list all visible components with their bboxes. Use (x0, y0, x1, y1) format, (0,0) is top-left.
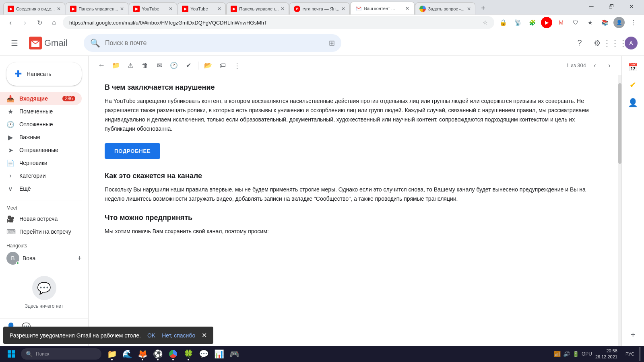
show-desktop-button[interactable] (639, 347, 641, 361)
archive-button[interactable]: 📁 (109, 59, 122, 72)
back-button[interactable]: ‹ (5, 17, 16, 28)
right-panel-add[interactable]: + (625, 327, 641, 343)
restore-button[interactable]: 🗗 (602, 0, 621, 13)
back-to-inbox-button[interactable]: ← (95, 59, 108, 72)
notification-ok-button[interactable]: OK (147, 332, 155, 339)
search-filter-icon[interactable]: ⊞ (329, 39, 335, 47)
tray-sound-icon[interactable]: 🔊 (563, 351, 570, 357)
tab-3[interactable]: ▶ YouTube ✕ (129, 2, 177, 14)
sidebar-item-snoozed[interactable]: 🕐 Отложенные (0, 118, 82, 131)
browser-menu[interactable]: ⋮ (628, 17, 639, 28)
hangouts-section-label: Hangouts (0, 238, 88, 250)
hangout-add-icon[interactable]: + (77, 254, 82, 263)
tray-datetime[interactable]: 20:58 26.12.2021 (595, 348, 621, 360)
notification-no-button[interactable]: Нет, спасибо (162, 332, 195, 339)
taskbar-app-excel[interactable]: 📊 (212, 347, 226, 361)
label-button[interactable]: 🏷 (216, 59, 229, 72)
browser-profile[interactable]: 👤 (613, 17, 625, 28)
home-button[interactable]: ⌂ (48, 17, 60, 28)
tab-4[interactable]: ▶ YouTube ✕ (178, 2, 226, 14)
sidebar-item-more[interactable]: ∨ Ещё (0, 182, 82, 195)
taskbar-search[interactable]: 🔍 Поиск (21, 348, 101, 360)
compose-label: Написать (27, 71, 51, 77)
pagination-next[interactable]: › (604, 60, 615, 71)
move-to-button[interactable]: 📂 (202, 59, 215, 72)
tab-2[interactable]: ▶ Панель управлен... ✕ (66, 2, 128, 14)
apps-button[interactable]: ⋮⋮⋮ (607, 35, 623, 51)
address-bar[interactable]: https://mail.google.com/mail/u/0/#inbox/… (63, 16, 494, 29)
browser-action-youtube[interactable]: ▶ (541, 17, 552, 28)
forward-button[interactable]: › (19, 17, 31, 28)
close-button[interactable]: ✕ (622, 0, 641, 13)
notification-close-button[interactable]: ✕ (202, 331, 207, 339)
right-panel-calendar[interactable]: 📅 (625, 59, 641, 75)
compose-button[interactable]: ✚ Написать (6, 62, 82, 86)
tab-6-close[interactable]: ✕ (341, 6, 345, 12)
add-to-tasks-button[interactable]: ✔ (182, 59, 195, 72)
more-options-button[interactable]: ⋮ (231, 59, 244, 72)
taskbar-app-edge[interactable]: 🌊 (120, 347, 134, 361)
sidebar-item-sent[interactable]: ➤ Отправленные (0, 144, 82, 156)
browser-action-extension2[interactable]: 🧩 (526, 17, 538, 28)
right-panel-contacts[interactable]: 👤 (625, 95, 641, 111)
tray-language[interactable]: РУС (624, 352, 636, 356)
tab-2-close[interactable]: ✕ (120, 6, 124, 12)
sidebar-item-join-meeting[interactable]: ⌨ Перейти на встречу (0, 225, 82, 238)
user-avatar[interactable]: А (625, 37, 638, 49)
taskbar-app-firefox[interactable]: 🦊 (135, 347, 150, 361)
hangout-item-vova[interactable]: В Вова + (0, 250, 88, 266)
sidebar-item-important[interactable]: ▶ Важные (0, 131, 82, 144)
tab-8-close[interactable]: ✕ (467, 6, 471, 12)
minimize-button[interactable]: ─ (582, 0, 601, 13)
mark-unread-button[interactable]: ✉ (153, 59, 166, 72)
tab-5[interactable]: ▶ Панель управлен... ✕ (226, 2, 289, 14)
tray-icons: 📶 🔊 🔋 GPU (554, 351, 592, 357)
taskbar-app-opera[interactable]: ⚽ (151, 347, 165, 361)
tray-gpu-icon[interactable]: GPU (582, 351, 592, 357)
hangout-name: Вова (23, 255, 74, 261)
browser-action-star[interactable]: ★ (584, 17, 596, 28)
tab-1-close[interactable]: ✕ (57, 6, 61, 12)
browser-action-extension1[interactable]: 🔒 (497, 17, 509, 28)
spam-button[interactable]: ⚠ (124, 59, 137, 72)
sidebar-item-new-meeting[interactable]: 🎥 Новая встреча (0, 212, 82, 225)
delete-button[interactable]: 🗑 (138, 59, 151, 72)
help-button[interactable]: ? (572, 35, 588, 51)
taskbar-app-gaming[interactable]: 🎮 (227, 347, 242, 361)
tab-5-close[interactable]: ✕ (281, 6, 285, 12)
search-input[interactable] (105, 39, 324, 47)
start-button[interactable] (3, 346, 19, 362)
tray-battery-icon[interactable]: 🔋 (572, 351, 579, 357)
right-panel-tasks[interactable]: ✔ (625, 77, 641, 93)
browser-action-bookmarks[interactable]: 📚 (599, 17, 610, 28)
browser-action-cast[interactable]: 📡 (512, 17, 523, 28)
snooze-button[interactable]: 🕐 (167, 59, 180, 72)
taskbar-app-explorer[interactable]: 📁 (105, 347, 119, 361)
tab-4-close[interactable]: ✕ (217, 6, 221, 12)
more-details-button[interactable]: ПОДРОБНЕЕ (105, 143, 160, 159)
bookmark-icon[interactable]: ☆ (483, 19, 488, 26)
taskbar-app-chrome[interactable] (166, 347, 180, 361)
sidebar-item-inbox[interactable]: 📥 Входящие 286 (0, 92, 82, 105)
sidebar-item-drafts[interactable]: 📄 Черновики (0, 156, 82, 169)
tab-1[interactable]: ▶ Сведения о виде... ✕ (3, 2, 65, 14)
taskbar-app-skype[interactable]: 💬 (196, 347, 211, 361)
svg-rect-3 (12, 350, 15, 354)
tab-7[interactable]: Ваш контент ... ✕ (350, 2, 415, 14)
tab-6[interactable]: Я гугл почта — Ян... ✕ (289, 2, 350, 14)
sidebar-item-categories[interactable]: › Категории (0, 169, 82, 182)
tab-3-close[interactable]: ✕ (169, 6, 173, 12)
browser-action-shield[interactable]: 🛡 (570, 17, 581, 28)
sidebar-item-starred[interactable]: ★ Помеченные (0, 105, 82, 118)
search-bar[interactable]: 🔍 ⊞ (84, 34, 341, 52)
tab-8[interactable]: Задать вопрос -... ✕ (415, 2, 475, 14)
hamburger-menu[interactable]: ☰ (6, 35, 23, 51)
pagination-prev[interactable]: ‹ (589, 60, 601, 71)
tray-network-icon[interactable]: 📶 (554, 351, 561, 357)
refresh-button[interactable]: ↻ (34, 17, 45, 28)
section3-heading: Что можно предпринять (105, 214, 605, 222)
taskbar-app-kaspersky[interactable]: 🍀 (181, 347, 196, 361)
new-tab-button[interactable]: + (477, 2, 489, 14)
browser-action-gmail[interactable]: M (555, 17, 567, 28)
tab-7-close[interactable]: ✕ (405, 6, 409, 11)
